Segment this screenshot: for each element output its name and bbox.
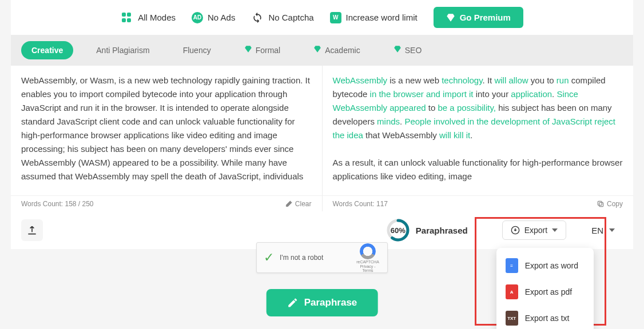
input-text: WebAssembly, or Wasm, is a new web techn…	[21, 75, 310, 181]
top-bar: All Modes AD No Ads No Captcha W Increas…	[11, 0, 633, 35]
output-pane[interactable]: WebAssembly is a new web technology. It …	[323, 66, 634, 195]
copy-button[interactable]: Copy	[597, 200, 623, 208]
chevron-down-icon	[609, 228, 615, 232]
app-container: All Modes AD No Ads No Captcha W Increas…	[11, 0, 633, 249]
check-icon: ✓	[264, 250, 274, 265]
editor-panes: WebAssembly, or Wasm, is a new web techn…	[11, 65, 633, 195]
export-button[interactable]: Export	[502, 220, 566, 240]
language-selector[interactable]: EN	[583, 221, 623, 240]
export-dropdown: ≡ Export as word A Export as pdf TXT Exp…	[496, 248, 594, 329]
input-pane[interactable]: WebAssembly, or Wasm, is a new web techn…	[11, 66, 323, 195]
tab-formal[interactable]: Formal	[234, 41, 291, 59]
no-ads-label: No Ads	[208, 13, 235, 22]
diamond-icon	[393, 45, 401, 55]
output-footer: Words Count: 117 Copy	[323, 195, 634, 211]
diamond-icon	[244, 45, 252, 55]
go-premium-button[interactable]: Go Premium	[434, 7, 523, 28]
pen-icon	[287, 297, 299, 308]
tab-anti-plagiarism[interactable]: Anti Plagiarism	[86, 41, 160, 59]
word-file-icon: ≡	[506, 258, 518, 273]
export-word-item[interactable]: ≡ Export as word	[496, 252, 594, 279]
progress-text: 60%	[391, 226, 406, 235]
refresh-icon	[251, 11, 264, 24]
export-pdf-item[interactable]: A Export as pdf	[496, 279, 594, 305]
export-txt-item[interactable]: TXT Export as txt	[496, 305, 594, 329]
tab-seo[interactable]: SEO	[383, 41, 432, 59]
download-icon	[511, 226, 520, 235]
tab-academic[interactable]: Academic	[303, 41, 370, 59]
diamond-icon	[313, 45, 321, 55]
word-limit-label: Increase word limit	[346, 13, 418, 22]
grid-icon	[121, 11, 133, 24]
progress-indicator: 60%	[386, 218, 410, 242]
word-limit-icon: W	[330, 12, 341, 23]
all-modes-label: All Modes	[138, 13, 176, 22]
paraphrased-label: Paraphrased	[416, 226, 468, 235]
recaptcha-badge-icon	[360, 243, 376, 259]
svg-rect-1	[598, 201, 602, 205]
export-area: Export ≡ Export as word A Export as pdf …	[502, 220, 566, 240]
output-paragraph-1: WebAssembly is a new web technology. It …	[333, 74, 623, 142]
no-captcha-item: No Captcha	[251, 11, 313, 24]
no-ads-item: AD No Ads	[192, 12, 235, 23]
recaptcha-widget[interactable]: ✓ I'm not a robot reCAPTCHA Privacy - Te…	[256, 242, 388, 273]
output-word-count: Words Count: 117	[333, 200, 388, 208]
premium-label: Go Premium	[460, 13, 511, 22]
diamond-icon	[446, 13, 455, 22]
output-paragraph-2: As a result, it can unlock valuable func…	[333, 156, 623, 183]
all-modes-item[interactable]: All Modes	[121, 11, 176, 24]
pdf-file-icon: A	[506, 284, 518, 299]
paraphrase-button[interactable]: Paraphrase	[267, 289, 378, 316]
recaptcha-label: I'm not a robot	[280, 254, 349, 262]
mode-tabs: Creative Anti Plagiarism Fluency Formal …	[11, 35, 633, 65]
upload-icon	[26, 224, 38, 236]
txt-file-icon: TXT	[506, 311, 518, 326]
pane-footer: Words Count: 158 / 250 Clear Words Count…	[11, 195, 633, 211]
svg-rect-0	[599, 202, 603, 206]
chevron-down-icon	[552, 228, 558, 232]
no-captcha-label: No Captcha	[268, 13, 313, 22]
eraser-icon	[285, 200, 293, 208]
upload-button[interactable]	[21, 219, 43, 241]
no-ads-icon: AD	[192, 12, 203, 23]
word-limit-item: W Increase word limit	[330, 12, 418, 23]
input-word-count: Words Count: 158 / 250	[21, 200, 94, 208]
input-footer: Words Count: 158 / 250 Clear	[11, 195, 323, 211]
tab-fluency[interactable]: Fluency	[173, 41, 221, 59]
copy-icon	[597, 200, 605, 208]
tab-creative[interactable]: Creative	[21, 41, 73, 59]
clear-button[interactable]: Clear	[285, 200, 312, 208]
recaptcha-logo: reCAPTCHA Privacy - Terms	[355, 243, 380, 272]
